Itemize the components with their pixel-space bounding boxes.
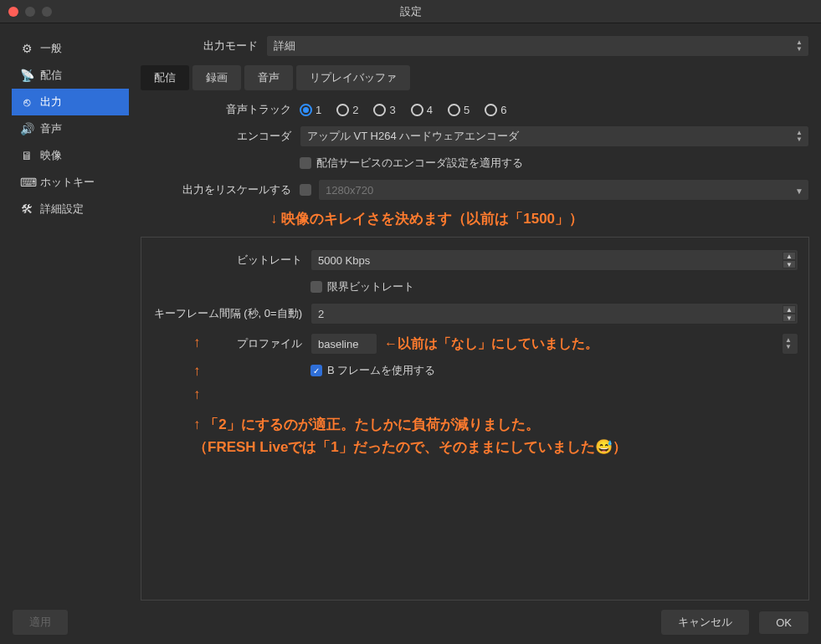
annotation-arrow: ↑ xyxy=(193,335,201,351)
ok-button[interactable]: OK xyxy=(758,611,809,635)
rescale-label: 出力をリスケールする xyxy=(141,182,300,197)
monitor-icon: 🖥 xyxy=(20,149,33,162)
sidebar-item-label: 配信 xyxy=(40,68,62,83)
bframes-checkbox[interactable]: ✓ B フレームを使用する xyxy=(310,363,435,378)
chevron-updown-icon: ▲▼ xyxy=(793,129,805,144)
encoder-value: アップル VT H264 ハードウェアエンコーダ xyxy=(307,129,519,144)
apply-button[interactable]: 適用 xyxy=(12,609,69,636)
annotation-profile: ←以前は「なし」にしていました。 xyxy=(384,335,598,353)
window-controls xyxy=(0,7,52,17)
limit-bitrate-checkbox[interactable]: 限界ビットレート xyxy=(310,279,414,294)
enforce-service-checkbox[interactable]: 配信サービスのエンコーダ設定を適用する xyxy=(300,156,523,171)
chevron-down-icon: ▼ xyxy=(795,187,803,196)
speaker-icon: 🔊 xyxy=(20,122,33,135)
bitrate-value: 5000 Kbps xyxy=(318,254,370,267)
limit-bitrate-label: 限界ビットレート xyxy=(327,279,414,294)
annotation-arrow: ↑ xyxy=(193,363,201,380)
checkbox-icon xyxy=(300,184,311,196)
main-panel: 出力モード 詳細 ▲▼ 配信 録画 音声 リプレイバッファ 音声トラック 1 2… xyxy=(141,35,809,601)
sidebar-item-advanced[interactable]: 🛠詳細設定 xyxy=(12,196,129,222)
profile-select[interactable]: baseline xyxy=(310,333,377,355)
keyframe-label: キーフレーム間隔 (秒, 0=自動) xyxy=(151,306,310,321)
audio-track-4[interactable]: 4 xyxy=(411,104,433,116)
titlebar: 設定 xyxy=(0,0,821,23)
output-mode-label: 出力モード xyxy=(141,38,266,54)
zoom-icon[interactable] xyxy=(42,7,52,17)
rescale-select[interactable]: 1280x720 ▼ xyxy=(318,179,809,201)
bitrate-label: ビットレート xyxy=(151,253,310,268)
encoder-select[interactable]: アップル VT H264 ハードウェアエンコーダ ▲▼ xyxy=(300,125,809,147)
output-mode-value: 詳細 xyxy=(274,38,295,54)
minimize-icon[interactable] xyxy=(25,7,35,17)
audio-track-3[interactable]: 3 xyxy=(373,104,395,116)
cancel-button[interactable]: キャンセル xyxy=(660,609,750,636)
sidebar-item-general[interactable]: ⚙一般 xyxy=(12,35,129,62)
tab-audio[interactable]: 音声 xyxy=(244,65,293,90)
annotation-arrow: ↑ xyxy=(193,386,798,403)
sidebar-item-label: ホットキー xyxy=(40,175,95,190)
keyframe-input[interactable]: 2 ▲▼ xyxy=(310,303,798,325)
sweat-smile-icon: 😅 xyxy=(595,439,613,455)
rescale-checkbox[interactable] xyxy=(300,184,311,196)
sidebar-item-label: 出力 xyxy=(40,95,62,110)
close-icon[interactable] xyxy=(8,7,18,17)
annotation-fresh: （FRESH Liveでは「1」だったので、そのままにしていました😅） xyxy=(193,437,798,457)
checkbox-icon: ✓ xyxy=(310,365,322,376)
window-title: 設定 xyxy=(0,4,821,19)
chevron-updown-icon: ▲▼ xyxy=(793,38,805,54)
enforce-service-label: 配信サービスのエンコーダ設定を適用する xyxy=(316,156,523,171)
annotation-keyframe: ↑ 「2」にするのが適正。たしかに負荷が減りました。 xyxy=(193,415,798,434)
tab-replay-buffer[interactable]: リプレイバッファ xyxy=(296,65,410,90)
sidebar-item-audio[interactable]: 🔊音声 xyxy=(12,115,129,142)
footer: 適用 キャンセル OK xyxy=(0,601,821,644)
tools-icon: 🛠 xyxy=(20,202,33,216)
audio-track-label: 音声トラック xyxy=(141,102,300,117)
encoder-label: エンコーダ xyxy=(141,129,300,144)
stepper-icon[interactable]: ▲▼ xyxy=(783,305,796,322)
audio-track-radios: 1 2 3 4 5 6 xyxy=(300,104,506,116)
profile-value: baseline xyxy=(318,338,358,350)
output-mode-select[interactable]: 詳細 ▲▼ xyxy=(266,35,809,57)
sidebar-item-stream[interactable]: 📡配信 xyxy=(12,62,129,89)
annotation-bitrate: ↓ 映像のキレイさを決めます（以前は「1500」） xyxy=(270,209,809,228)
sidebar-item-label: 一般 xyxy=(40,41,62,56)
stepper-icon[interactable]: ▲▼ xyxy=(783,252,796,268)
checkbox-icon xyxy=(310,281,322,293)
audio-track-5[interactable]: 5 xyxy=(448,104,470,116)
chevron-updown-icon: ▲▼ xyxy=(783,336,794,351)
sidebar-item-video[interactable]: 🖥映像 xyxy=(12,142,129,169)
output-icon: ⎋ xyxy=(20,95,33,109)
antenna-icon: 📡 xyxy=(20,69,33,82)
profile-label: プロファイル xyxy=(151,336,310,351)
audio-track-1[interactable]: 1 xyxy=(300,104,321,116)
sidebar-item-label: 音声 xyxy=(40,121,62,136)
encoder-panel: ビットレート 5000 Kbps ▲▼ 限界ビットレート キーフレーム間隔 (秒… xyxy=(141,237,809,601)
sidebar-item-label: 映像 xyxy=(40,148,62,163)
checkbox-icon xyxy=(300,157,311,169)
audio-track-2[interactable]: 2 xyxy=(336,104,358,116)
sidebar-item-label: 詳細設定 xyxy=(40,202,84,217)
gear-icon: ⚙ xyxy=(20,42,33,55)
bframes-label: B フレームを使用する xyxy=(327,363,435,378)
keyframe-value: 2 xyxy=(318,308,324,320)
sidebar-item-output[interactable]: ⎋出力 xyxy=(12,89,129,115)
audio-track-6[interactable]: 6 xyxy=(485,104,506,116)
bitrate-input[interactable]: 5000 Kbps ▲▼ xyxy=(310,249,798,271)
rescale-value: 1280x720 xyxy=(326,184,373,197)
tab-recording[interactable]: 録画 xyxy=(192,65,241,90)
profile-select-arrow[interactable]: ▲▼ xyxy=(782,333,798,355)
sidebar: ⚙一般 📡配信 ⎋出力 🔊音声 🖥映像 ⌨ホットキー 🛠詳細設定 xyxy=(12,35,129,601)
sidebar-item-hotkeys[interactable]: ⌨ホットキー xyxy=(12,169,129,196)
output-tabs: 配信 録画 音声 リプレイバッファ xyxy=(141,65,809,90)
keyboard-icon: ⌨ xyxy=(20,176,33,189)
tab-streaming[interactable]: 配信 xyxy=(141,65,189,90)
